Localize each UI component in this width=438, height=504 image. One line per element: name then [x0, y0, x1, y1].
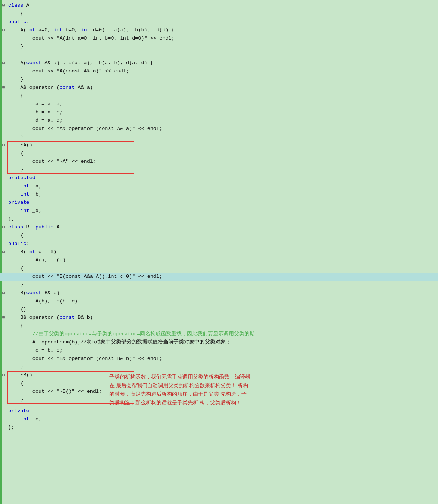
- code-content: :A(b), _c(b._c): [8, 298, 78, 305]
- code-container: ⊟class A {public:⊟ A(int a=0, int b=0, i…: [0, 0, 438, 504]
- fold-gutter[interactable]: ⊟: [2, 224, 8, 231]
- fold-gutter[interactable]: ⊟: [2, 141, 8, 149]
- code-line: int _b;: [0, 190, 438, 199]
- code-line: ⊟ B(int c = 0): [0, 248, 438, 256]
- code-line: _a = a._a;: [0, 100, 438, 108]
- code-line: }: [0, 75, 438, 84]
- code-line: {: [0, 379, 102, 388]
- code-line: {: [0, 322, 438, 330]
- code-line: ⊟ B(const B& b): [0, 289, 438, 297]
- code-content: {: [8, 10, 24, 18]
- fold-gutter[interactable]: ⊟: [2, 27, 8, 34]
- code-content: {: [8, 380, 24, 387]
- fold-gutter[interactable]: ⊟: [2, 84, 8, 91]
- code-content: A(const A& a) :_a(a._a), _b(a._b),_d(a._…: [8, 59, 153, 67]
- code-lines: ⊟class A {public:⊟ A(int a=0, int b=0, i…: [0, 1, 438, 432]
- code-line: [0, 51, 438, 59]
- code-line: };: [0, 215, 438, 223]
- code-line: ⊟class B :public A: [0, 223, 438, 231]
- code-line: _c = b._c;: [0, 346, 438, 355]
- code-content: cout << "~A" << endl;: [8, 158, 96, 165]
- code-line: _d = a._d;: [0, 116, 438, 125]
- code-content: A& operator=(const A& a): [8, 84, 93, 91]
- code-line: cout << "A& operator=(const A& a)" << en…: [0, 125, 438, 133]
- code-line: }: [0, 281, 438, 289]
- code-content: {: [8, 232, 24, 239]
- fold-gutter[interactable]: ⊟: [2, 2, 8, 9]
- code-content: protected :: [8, 174, 41, 182]
- code-line: public:: [0, 240, 438, 248]
- code-line: };: [0, 423, 438, 432]
- redbox2-with-annotation: ⊟ ~B() { cout << "~B()" << endl; }子类的析构函…: [0, 371, 438, 407]
- code-content: int _a;: [8, 183, 41, 190]
- code-content: cout << "A(int a=0, int b=0, int d=0)" <…: [8, 35, 175, 42]
- code-content: [8, 51, 20, 59]
- code-line: int _c;: [0, 415, 438, 423]
- code-content: }: [8, 396, 24, 404]
- code-content: _a = a._a;: [8, 100, 63, 108]
- code-content: :A(), _c(c): [8, 256, 66, 264]
- code-content: _c = b._c;: [8, 347, 63, 354]
- code-line: cout << "B(const A&a=A(),int c=0)" << en…: [0, 273, 438, 281]
- code-content: };: [8, 215, 14, 223]
- code-content: private:: [8, 407, 32, 415]
- code-line: A::operator=(b);//将b对象中父类部分的数据赋值给当前子类对象中…: [0, 338, 438, 346]
- code-line: ⊟ A(const A& a) :_a(a._a), _b(a._b),_d(a…: [0, 59, 438, 67]
- code-line: ⊟ ~B(): [0, 371, 102, 379]
- code-content: A(int a=0, int b=0, int d=0) :_a(a), _b(…: [8, 27, 175, 34]
- code-content: }: [8, 166, 24, 174]
- code-content: B(const B& b): [8, 289, 60, 297]
- code-content: int _d;: [8, 207, 41, 215]
- red-box-section: ⊟ ~B() { cout << "~B()" << endl; }: [0, 371, 102, 404]
- code-content: class A: [8, 2, 29, 9]
- code-content: _b = a._b;: [8, 109, 63, 116]
- code-content: {: [8, 92, 24, 100]
- red-box-section: ⊟ ~A() { cout << "~A" << endl; }: [0, 141, 438, 174]
- code-line: :A(), _c(c): [0, 256, 438, 264]
- code-line: _b = a._b;: [0, 108, 438, 116]
- fold-gutter[interactable]: ⊟: [2, 289, 8, 297]
- code-content: {: [8, 265, 24, 272]
- code-line: int _d;: [0, 207, 438, 215]
- code-line: }: [0, 363, 438, 371]
- code-content: {: [8, 150, 24, 157]
- fold-gutter[interactable]: ⊟: [2, 248, 8, 256]
- code-content: }: [8, 76, 24, 83]
- code-line: ⊟ A& operator=(const A& a): [0, 84, 438, 92]
- code-content: public:: [8, 18, 29, 26]
- code-line: cout << "B& operator=(const B& b)" << en…: [0, 355, 438, 363]
- code-line: }: [0, 166, 438, 174]
- code-content: }: [8, 363, 24, 371]
- code-line: {: [0, 149, 438, 158]
- code-line: {: [0, 231, 438, 240]
- code-content: int _b;: [8, 191, 41, 198]
- code-line: public:: [0, 18, 438, 26]
- code-content: cout << "~B()" << endl;: [8, 388, 102, 395]
- code-content: B(int c = 0): [8, 248, 57, 256]
- fold-gutter[interactable]: ⊟: [2, 314, 8, 321]
- code-content: ~A(): [8, 141, 32, 149]
- code-line: ⊟class A: [0, 1, 438, 10]
- code-line: {}: [0, 305, 438, 314]
- code-content: cout << "B(const A&a=A(),int c=0)" << en…: [8, 273, 162, 280]
- code-line: :A(b), _c(b._c): [0, 297, 438, 305]
- code-content: cout << "A& operator=(const A& a)" << en…: [8, 125, 162, 133]
- code-line: private:: [0, 407, 438, 415]
- code-line: int _a;: [0, 182, 438, 190]
- code-line: cout << "~A" << endl;: [0, 158, 438, 166]
- code-content: B& operator=(const B& b): [8, 314, 93, 321]
- code-content: private:: [8, 199, 32, 206]
- code-line: ⊟ ~A(): [0, 141, 438, 149]
- code-line: }: [0, 43, 438, 51]
- code-content: ~B(): [8, 371, 32, 379]
- fold-gutter[interactable]: ⊟: [2, 59, 8, 67]
- code-line: }: [0, 396, 102, 404]
- code-content: A::operator=(b);//将b对象中父类部分的数据赋值给当前子类对象中…: [8, 339, 231, 346]
- code-line: {: [0, 10, 438, 18]
- code-line: cout << "A(const A& a)" << endl;: [0, 67, 438, 75]
- fold-gutter[interactable]: ⊟: [2, 371, 8, 379]
- code-line: //由于父类的operator=与子类的operator=同名构成函数重载，因此…: [0, 330, 438, 338]
- code-content: {: [8, 322, 24, 330]
- code-content: cout << "A(const A& a)" << endl;: [8, 68, 129, 75]
- code-content: }: [8, 133, 24, 141]
